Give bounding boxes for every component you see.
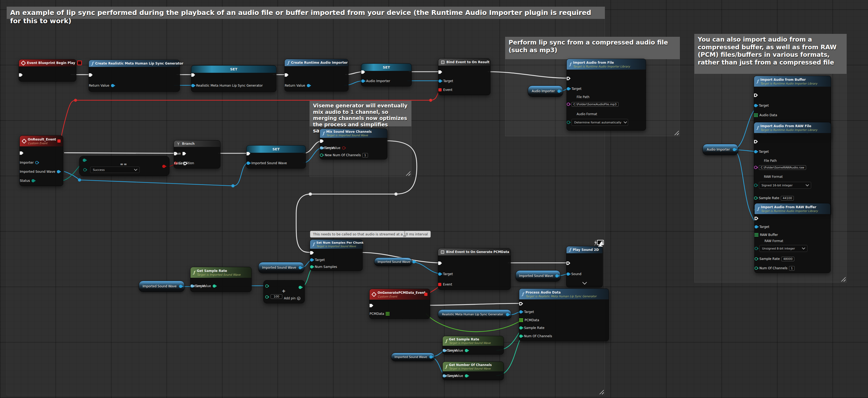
node-bind-event-on-generate-pcmdata[interactable]: Bind Event to On Generate PCMData Target… <box>438 248 511 290</box>
var-out-pin[interactable] <box>361 77 365 85</box>
false-exec-pin[interactable]: False <box>174 160 187 167</box>
audio-data-pin[interactable]: Audio Data <box>754 111 777 119</box>
tooltip-icons[interactable] <box>403 231 406 238</box>
new-num-channels-input[interactable]: 1 <box>362 153 368 158</box>
var-get-audio-importer[interactable]: Audio Importer <box>528 86 563 97</box>
target-pin[interactable]: Target <box>754 102 769 109</box>
exec-out-pin[interactable] <box>438 68 442 76</box>
node-import-audio-from-raw-file[interactable]: ƒ Import Audio From RAW File Target is R… <box>754 122 831 216</box>
var-get-imported-sound-wave[interactable]: Imported Sound Wave <box>139 281 185 292</box>
exec-out-pin[interactable] <box>191 71 195 79</box>
enum-value-dropdown[interactable]: Success <box>90 167 140 173</box>
node-mix-sound-wave-channels[interactable]: ƒ Mix Sound Wave Channels Target is Impo… <box>320 129 388 159</box>
node-get-sample-rate[interactable]: ƒ Get Sample Rate Target is Imported Sou… <box>190 267 252 292</box>
exec-out-pin[interactable] <box>320 137 324 145</box>
sample-rate-pin[interactable]: Sample Rate <box>519 324 544 332</box>
var-get-imported-sound-wave[interactable]: Imported Sound Wave <box>516 270 561 281</box>
target-pin[interactable]: Target <box>519 308 534 316</box>
return-value-pin[interactable]: Return Value <box>320 144 345 152</box>
pcmdata-pin[interactable]: PCMData <box>519 317 539 324</box>
raw-format-dropdown[interactable]: Signed 16-bit integer <box>759 182 811 189</box>
divisor-input[interactable]: 100 <box>271 294 282 299</box>
num-samples-pin[interactable]: Num Samples <box>310 263 337 271</box>
return-value-pin[interactable]: Return Value <box>190 282 216 290</box>
exec-out-pin[interactable] <box>247 150 250 157</box>
delegate-pin[interactable] <box>57 139 61 143</box>
add-pin-button[interactable]: + <box>297 297 301 300</box>
expand-chevron-icon[interactable] <box>583 280 587 285</box>
sound-pin[interactable]: Sound <box>566 270 582 278</box>
enum-in-pin[interactable] <box>83 159 86 162</box>
result-pin[interactable] <box>299 286 302 289</box>
comment-title-viseme[interactable]: Viseme generator will eventually mix aud… <box>310 101 411 126</box>
target-pin[interactable]: Target <box>567 85 582 93</box>
node-get-number-of-channels[interactable]: ƒ Get Number Of Channels Target is Impor… <box>442 362 504 380</box>
event-delegate-pin[interactable]: Event <box>438 86 452 94</box>
status-pin[interactable]: Status <box>20 177 35 185</box>
node-play-sound-2d[interactable]: ƒ Play Sound 2D Sound <box>566 246 603 287</box>
node-set-imported-sound-wave[interactable]: SET Imported Sound Wave <box>246 145 306 168</box>
return-value-pin[interactable]: Return Value <box>443 372 468 379</box>
audio-format-pin[interactable]: Determine format automatically <box>567 119 628 126</box>
exec-out-pin[interactable] <box>285 71 288 79</box>
imported-sound-wave-pin[interactable]: Imported Sound Wave <box>20 168 60 175</box>
pcmdata-pin[interactable]: PCMData <box>370 310 390 318</box>
new-num-channels-pin[interactable]: New Num Of Channels 1 <box>320 152 368 159</box>
importer-pin[interactable]: Importer <box>20 159 38 166</box>
target-pin[interactable]: Target <box>754 223 769 231</box>
node-import-audio-from-file[interactable]: ƒ Import Audio from File Target is Runti… <box>566 59 646 131</box>
sample-rate-input[interactable]: 48000 <box>781 257 794 261</box>
var-get-imported-sound-wave[interactable]: Imported Sound Wave <box>391 353 435 361</box>
enum-in-pin[interactable] <box>83 168 87 171</box>
target-pin[interactable]: Target <box>438 77 453 85</box>
blueprint-graph-canvas[interactable]: An example of lip sync performed during … <box>0 0 868 398</box>
var-in-pin[interactable]: Realistic Meta Human Lip Sync Generator <box>191 82 263 89</box>
node-set-realistic-generator[interactable]: SET Realistic Meta Human Lip Sync Genera… <box>191 65 276 92</box>
var-get-audio-importer[interactable]: Audio Importer <box>703 144 738 155</box>
exec-out-pin[interactable] <box>519 300 523 307</box>
var-in-pin[interactable]: Audio Importer <box>361 77 390 85</box>
num-channels-pin[interactable]: Num Of Channels 1 <box>754 264 795 272</box>
comment-title-mp3[interactable]: Perform lip sync from a compressed audio… <box>505 37 680 59</box>
raw-buffer-pin[interactable]: RAW Buffer <box>754 231 778 239</box>
exec-out-pin[interactable] <box>89 71 93 79</box>
var-out-pin[interactable] <box>191 82 194 89</box>
sample-rate-input[interactable]: 44100 <box>781 196 794 200</box>
file-path-pin[interactable]: C:\Folder\SomeAudioFile.mp3 <box>567 100 619 108</box>
exec-out-pin[interactable] <box>310 249 314 257</box>
event-delegate-pin[interactable]: Event <box>438 281 452 288</box>
var-in-pin[interactable]: Imported Sound Wave <box>247 159 287 167</box>
var-out-pin[interactable] <box>247 159 250 167</box>
node-set-num-samples-per-chunk[interactable]: ƒ Set Num Samples Per Chunk Target is Im… <box>310 239 363 271</box>
comment-title-main[interactable]: An example of lip sync performed during … <box>7 7 605 19</box>
true-exec-pin[interactable]: True <box>174 150 186 157</box>
return-value-pin[interactable]: Return Value <box>89 82 114 89</box>
sample-rate-pin[interactable]: Sample Rate 48000 <box>754 255 794 263</box>
file-path-input[interactable]: C:\Folder\SomeRAWAudio.raw <box>759 165 806 170</box>
node-on-generate-pcmdata-event[interactable]: OnGeneratePCMData_Event Custom Event PCM… <box>369 289 430 319</box>
node-divide[interactable]: 100 ÷ Add pin + <box>264 280 305 303</box>
divisor-pin[interactable] <box>265 295 269 299</box>
file-path-pin[interactable]: C:\Folder\SomeRAWAudio.raw <box>754 164 806 171</box>
node-equal-enum[interactable]: == Success <box>79 156 169 176</box>
node-on-result-event[interactable]: OnResult_Event Custom Event Importer Imp… <box>20 135 63 186</box>
node-bind-event-on-result[interactable]: Bind Event to On Result Target Event <box>438 58 490 95</box>
return-value-pin[interactable]: Return Value <box>285 82 310 89</box>
raw-format-dropdown[interactable]: Unsigned 8-bit integer <box>760 245 807 252</box>
raw-format-pin[interactable]: Signed 16-bit integer <box>754 181 811 189</box>
delegate-pin[interactable] <box>424 293 428 296</box>
var-get-imported-sound-wave[interactable]: Imported Sound Wave <box>374 258 412 266</box>
exec-out-pin[interactable] <box>754 92 758 99</box>
target-pin[interactable]: Target <box>754 148 769 156</box>
exec-out-pin[interactable] <box>370 302 373 309</box>
target-pin[interactable]: Target <box>310 256 325 264</box>
node-import-audio-from-raw-buffer[interactable]: ƒ Import Audio From RAW Buffer Target is… <box>754 203 831 273</box>
sample-rate-pin[interactable]: Sample Rate 44100 <box>754 194 794 202</box>
exec-out-pin[interactable] <box>361 68 365 76</box>
exec-out-pin[interactable] <box>438 259 442 267</box>
node-create-runtime-audio-importer[interactable]: ƒ Create Runtime Audio Importer Return V… <box>284 59 348 92</box>
node-get-sample-rate-2[interactable]: ƒ Get Sample Rate Target is Imported Sou… <box>442 336 504 355</box>
target-pin[interactable]: Target <box>438 270 453 278</box>
num-channels-input[interactable]: 1 <box>789 266 795 271</box>
file-path-input[interactable]: C:\Folder\SomeAudioFile.mp3 <box>571 102 619 107</box>
